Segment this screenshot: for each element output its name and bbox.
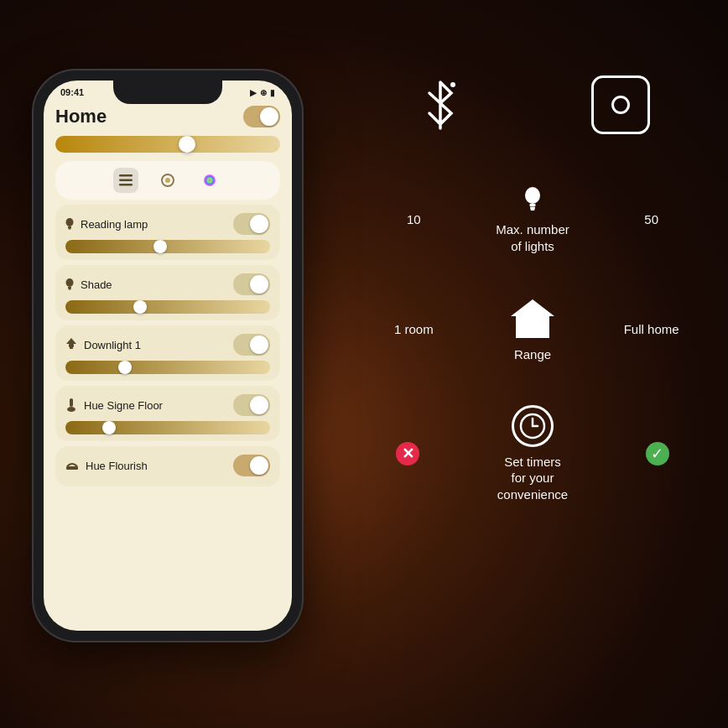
max-lights-row: 10 Max. numberof lights 50 [352, 185, 713, 254]
light-item-row-2: Downlight 1 [65, 334, 270, 356]
svg-rect-14 [70, 347, 73, 349]
toggle-thumb-0 [250, 215, 268, 233]
svg-point-19 [525, 187, 540, 204]
max-lights-right: 50 [622, 212, 681, 226]
svg-marker-12 [66, 338, 76, 344]
light-name-1: Shade [65, 277, 112, 292]
max-lights-center: Max. numberof lights [474, 185, 591, 254]
light-toggle-3[interactable] [233, 394, 270, 416]
tab-bar [55, 161, 280, 200]
svg-rect-22 [530, 209, 534, 211]
svg-point-18 [450, 82, 455, 87]
hub-block [591, 75, 650, 134]
range-label: Range [514, 346, 551, 363]
range-row: 1 room Range Full home [352, 296, 713, 363]
phone-notch [113, 81, 222, 104]
top-icons-row [352, 75, 713, 134]
signal-icon: ▶ [250, 88, 257, 97]
svg-rect-21 [530, 207, 535, 210]
tab-color[interactable] [197, 168, 222, 193]
max-lights-label: Max. numberof lights [496, 221, 569, 254]
light-slider-2[interactable] [65, 361, 270, 374]
light-slider-3[interactable] [65, 421, 270, 434]
light-name-3: Hue Signe Floor [65, 398, 163, 413]
range-right: Full home [622, 322, 681, 336]
tab-list[interactable] [113, 168, 138, 193]
timers-row: ✕ Set timersfor yourconvenience ✓ [352, 405, 713, 503]
light-item: Reading lamp [55, 205, 280, 260]
light-name: Reading lamp [65, 216, 148, 231]
light-slider-thumb-1 [133, 300, 147, 314]
toggle-thumb-2 [250, 335, 268, 354]
light-slider-thumb-0 [153, 240, 167, 253]
light-name-2: Downlight 1 [65, 337, 141, 352]
light-toggle-2[interactable] [233, 334, 270, 356]
status-yes-icon: ✓ [646, 442, 669, 465]
light-item-row: Reading lamp [65, 213, 270, 235]
svg-rect-1 [119, 179, 133, 182]
light-toggle-4[interactable] [233, 455, 270, 476]
svg-point-16 [67, 407, 75, 412]
timers-label: Set timersfor yourconvenience [497, 454, 568, 503]
svg-point-5 [204, 174, 216, 186]
light-item-row-1: Shade [65, 273, 270, 295]
master-slider-thumb [179, 136, 195, 153]
svg-rect-8 [69, 228, 71, 230]
phone-screen: 09:41 ▶ ⊛ ▮ Home [44, 81, 292, 631]
app-content: Home [44, 97, 292, 486]
light-name-4: Hue Flourish [65, 460, 148, 472]
svg-point-9 [66, 278, 74, 287]
light-item-row-4: Hue Flourish [65, 455, 270, 476]
battery-icon: ▮ [270, 88, 275, 97]
range-left: 1 room [384, 322, 443, 336]
hub-dot [611, 96, 630, 114]
light-slider-0[interactable] [65, 240, 270, 253]
light-item-4: Hue Flourish [55, 446, 280, 486]
bluetooth-block [415, 75, 465, 134]
timers-center: Set timersfor yourconvenience [474, 405, 591, 503]
phone-mockup: 09:41 ▶ ⊛ ▮ Home [34, 70, 319, 658]
tab-scenes[interactable] [155, 168, 180, 193]
timer-icon [512, 405, 554, 447]
app-title: Home [55, 106, 107, 127]
svg-point-4 [165, 178, 170, 183]
svg-rect-13 [69, 344, 74, 347]
svg-rect-7 [68, 226, 71, 228]
phone-frame: 09:41 ▶ ⊛ ▮ Home [34, 70, 302, 641]
svg-rect-2 [119, 184, 133, 186]
svg-point-6 [66, 218, 74, 226]
light-item-2: Downlight 1 [55, 325, 280, 381]
status-icons: ▶ ⊛ ▮ [250, 88, 275, 97]
light-item-row-3: Hue Signe Floor [65, 394, 270, 416]
hub-icon [591, 75, 650, 134]
status-time: 09:41 [60, 87, 84, 97]
svg-rect-10 [68, 287, 71, 289]
svg-rect-0 [119, 174, 133, 177]
light-slider-thumb-3 [102, 421, 116, 434]
status-no-icon: ✕ [396, 442, 419, 465]
info-panel: 10 Max. numberof lights 50 1 room Range … [352, 0, 713, 728]
bluetooth-icon [415, 75, 465, 134]
light-toggle-0[interactable] [233, 213, 270, 235]
master-brightness-slider[interactable] [55, 136, 280, 153]
light-slider-1[interactable] [65, 300, 270, 314]
light-item-3: Hue Signe Floor [55, 386, 280, 441]
svg-marker-23 [511, 299, 554, 338]
wifi-icon: ⊛ [260, 88, 267, 97]
svg-rect-17 [66, 466, 78, 470]
light-toggle-1[interactable] [233, 273, 270, 295]
toggle-thumb-3 [250, 396, 268, 414]
range-center: Range [474, 296, 591, 363]
svg-rect-11 [69, 289, 71, 290]
home-toggle[interactable] [243, 106, 280, 127]
toggle-thumb [260, 107, 278, 126]
svg-rect-20 [529, 204, 535, 206]
svg-rect-15 [70, 398, 73, 407]
toggle-thumb-1 [250, 275, 268, 294]
toggle-thumb-4 [250, 456, 268, 475]
light-item-1: Shade [55, 265, 280, 320]
light-slider-thumb-2 [118, 361, 132, 374]
max-lights-left: 10 [384, 212, 443, 226]
